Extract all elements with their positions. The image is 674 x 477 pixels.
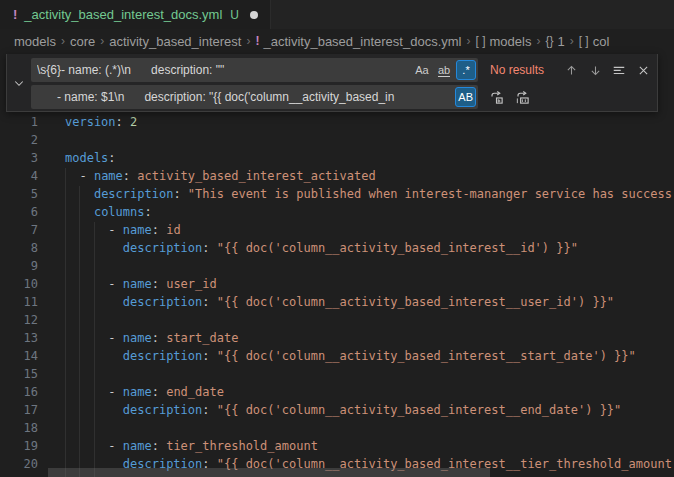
replace-button[interactable]: [486, 87, 506, 107]
code-line[interactable]: 7 - name: id: [0, 221, 674, 239]
line-number: 20: [0, 455, 38, 473]
line-number: 3: [0, 149, 38, 167]
code-text: [38, 365, 65, 383]
code-line[interactable]: 15: [0, 365, 674, 383]
horizontal-scrollbar[interactable]: [48, 468, 490, 477]
breadcrumb-item-folder[interactable]: activity_based_interest: [109, 34, 241, 49]
arrow-down-icon: [589, 64, 602, 77]
line-number: 6: [0, 203, 38, 221]
indent-guide: [65, 168, 66, 477]
array-symbol-icon: [ ]: [475, 34, 485, 48]
chevron-right-icon: ›: [536, 34, 540, 48]
line-number: 5: [0, 185, 38, 203]
selection-lines-icon: [612, 63, 626, 77]
code-text: description: "This event is published wh…: [38, 185, 672, 203]
editor-tab[interactable]: ! _activity_based_interest_docs.yml U: [0, 0, 271, 29]
line-number: 18: [0, 419, 38, 437]
git-untracked-badge: U: [230, 8, 239, 22]
breadcrumb-item-symbol-columns[interactable]: col: [593, 34, 610, 49]
chevron-right-icon: ›: [246, 34, 250, 48]
code-line[interactable]: 2: [0, 131, 674, 149]
code-line[interactable]: 14 description: "{{ doc('column__activit…: [0, 347, 674, 365]
code-line[interactable]: 12: [0, 311, 674, 329]
regex-toggle[interactable]: .*: [456, 60, 476, 80]
find-row: \s{6}- name: (.*)\n description: "" Aa a…: [31, 58, 653, 82]
code-line[interactable]: 3models:: [0, 149, 674, 167]
yaml-file-icon: !: [13, 7, 17, 22]
code-line[interactable]: 1version: 2: [0, 113, 674, 131]
line-number: 16: [0, 383, 38, 401]
code-line[interactable]: 8 description: "{{ doc('column__activity…: [0, 239, 674, 257]
find-in-selection-button[interactable]: [609, 60, 629, 80]
indent-guide: [94, 222, 95, 477]
tab-filename: _activity_based_interest_docs.yml: [24, 7, 222, 22]
modified-dot-icon[interactable]: [250, 11, 258, 19]
line-number: 4: [0, 167, 38, 185]
code-editor[interactable]: 1version: 223models:4 - name: activity_b…: [0, 113, 674, 477]
close-find-button[interactable]: [633, 60, 653, 80]
line-number: 15: [0, 365, 38, 383]
code-text: [38, 419, 65, 437]
replace-row: - name: $1\n description: "{{ doc('colum…: [31, 85, 653, 109]
match-case-toggle[interactable]: Aa: [412, 60, 432, 80]
replace-all-button[interactable]: [512, 87, 532, 107]
code-line[interactable]: 16 - name: end_date: [0, 383, 674, 401]
code-line[interactable]: 19 - name: tier_threshold_amount: [0, 437, 674, 455]
vscode-window: ! _activity_based_interest_docs.yml U mo…: [0, 0, 674, 477]
code-text: [38, 131, 65, 149]
tab-bar: ! _activity_based_interest_docs.yml U: [0, 0, 674, 29]
toggle-replace-chevron[interactable]: [7, 54, 31, 111]
line-number: 11: [0, 293, 38, 311]
code-text: - name: id: [38, 221, 181, 239]
code-text: description: "{{ doc('column__activity_b…: [38, 347, 636, 365]
preserve-case-toggle[interactable]: AB: [455, 87, 476, 107]
chevron-right-icon: ›: [61, 34, 65, 48]
indent-guide: [79, 186, 80, 477]
find-input[interactable]: \s{6}- name: (.*)\n description: "" Aa a…: [31, 58, 478, 82]
find-replace-widget: \s{6}- name: (.*)\n description: "" Aa a…: [6, 54, 658, 112]
replace-input[interactable]: - name: $1\n description: "{{ doc('colum…: [31, 85, 478, 109]
previous-match-button[interactable]: [561, 60, 581, 80]
code-line[interactable]: 18: [0, 419, 674, 437]
code-text: description: "{{ doc('column__activity_b…: [38, 401, 621, 419]
array-symbol-icon: [ ]: [579, 34, 589, 48]
find-results-status: No results: [490, 63, 544, 77]
code-line[interactable]: 11 description: "{{ doc('column__activit…: [0, 293, 674, 311]
code-line[interactable]: 4 - name: activity_based_interest_activa…: [0, 167, 674, 185]
line-number: 19: [0, 437, 38, 455]
line-number: 9: [0, 257, 38, 275]
line-number: 13: [0, 329, 38, 347]
breadcrumb-item-symbol-models[interactable]: models: [489, 34, 531, 49]
chevron-right-icon: ›: [466, 34, 470, 48]
code-line[interactable]: 17 description: "{{ doc('column__activit…: [0, 401, 674, 419]
code-text: models:: [38, 149, 116, 167]
line-number: 2: [0, 131, 38, 149]
next-match-button[interactable]: [585, 60, 605, 80]
line-number: 17: [0, 401, 38, 419]
breadcrumb: models › core › activity_based_interest …: [0, 29, 674, 53]
breadcrumb-item-symbol-1[interactable]: 1: [557, 34, 564, 49]
code-line[interactable]: 6 columns:: [0, 203, 674, 221]
code-text: columns:: [38, 203, 152, 221]
close-icon: [637, 64, 650, 77]
breadcrumb-item-models[interactable]: models: [14, 34, 56, 49]
arrow-up-icon: [565, 64, 578, 77]
code-text: description: "{{ doc('column__activity_b…: [38, 293, 614, 311]
line-number: 1: [0, 113, 38, 131]
code-text: description: "{{ doc('column__activity_b…: [38, 239, 578, 257]
object-symbol-icon: {}: [545, 34, 553, 48]
code-text: [38, 311, 65, 329]
replace-all-icon: [515, 90, 530, 105]
breadcrumb-item-file[interactable]: _activity_based_interest_docs.yml: [263, 34, 461, 49]
code-text: - name: activity_based_interest_activate…: [38, 167, 376, 185]
whole-word-toggle[interactable]: ab: [434, 60, 454, 80]
chevron-right-icon: ›: [100, 34, 104, 48]
yaml-file-icon: !: [255, 34, 259, 48]
breadcrumb-item-core[interactable]: core: [70, 34, 95, 49]
code-line[interactable]: 5 description: "This event is published …: [0, 185, 674, 203]
code-line[interactable]: 9: [0, 257, 674, 275]
code-line[interactable]: 10 - name: user_id: [0, 275, 674, 293]
chevron-down-icon: [13, 77, 25, 89]
code-line[interactable]: 13 - name: start_date: [0, 329, 674, 347]
line-number: 14: [0, 347, 38, 365]
